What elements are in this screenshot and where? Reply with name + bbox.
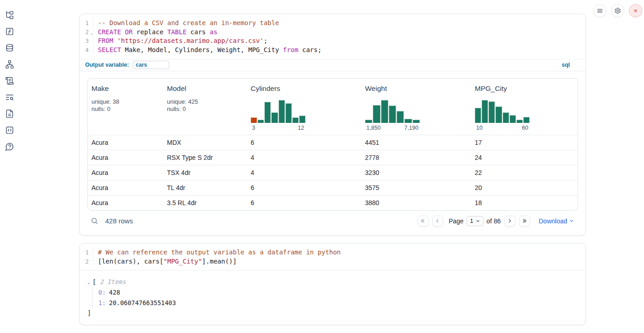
table-cell: Acura xyxy=(88,199,163,206)
line-number: 4 xyxy=(80,46,93,55)
column-header-weight[interactable]: Weight1,8507,190 xyxy=(361,79,471,135)
line-number: 1 xyxy=(80,248,93,257)
histogram-bar xyxy=(510,115,516,123)
histogram-bar xyxy=(389,106,396,123)
line-number: 2⌄ xyxy=(80,28,93,37)
code-line: SELECT Make, Model, Cylinders, Weight, M… xyxy=(98,46,322,55)
output-variable-input[interactable] xyxy=(133,61,169,69)
histogram-bar xyxy=(251,117,257,123)
table-row: Acura3.5 RL 4dr6388018 xyxy=(88,195,578,210)
histogram-bar xyxy=(404,119,412,123)
histogram-bar xyxy=(495,106,502,123)
histogram-bar xyxy=(516,120,523,123)
line-number-gutter: 12 xyxy=(80,248,93,266)
tree-entry-key: 1: xyxy=(98,299,106,307)
page-select-value: 1 xyxy=(470,217,473,224)
download-button[interactable]: Download xyxy=(539,217,574,225)
tree-entry-value: 428 xyxy=(109,289,120,296)
histogram-bar xyxy=(292,117,299,123)
table-row: AcuraTSX 4dr4323022 xyxy=(88,165,578,180)
scratchpad-icon[interactable] xyxy=(5,76,14,85)
code-token: ; xyxy=(263,37,267,44)
logs-search-icon[interactable] xyxy=(5,93,14,102)
histogram-bar xyxy=(413,120,420,123)
settings-button[interactable] xyxy=(611,4,624,17)
histogram-bar xyxy=(523,117,530,123)
python-cell: 12 # We can reference the output variabl… xyxy=(79,243,586,325)
code-token: "MPG_City" xyxy=(163,258,202,265)
table-body: AcuraMDX6445117AcuraRSX Type S 2dr427782… xyxy=(88,135,578,210)
search-icon[interactable] xyxy=(91,217,98,225)
code-token: [len(cars), cars[ xyxy=(98,258,163,265)
tree-entries: 0:4281:20.060747663551403 xyxy=(92,287,585,308)
code-token xyxy=(113,37,117,44)
table-cell: MDX xyxy=(163,139,247,146)
code-editor[interactable]: 12 # We can reference the output variabl… xyxy=(80,243,585,270)
histogram-bars xyxy=(251,99,306,123)
first-page-button[interactable] xyxy=(418,216,429,227)
code-line: FROM 'https://datasets.marimo.app/cars.c… xyxy=(98,37,322,46)
column-histogram: 1,8507,190 xyxy=(365,99,467,131)
page-select[interactable]: 1 xyxy=(467,216,483,226)
help-icon[interactable] xyxy=(5,142,14,151)
next-page-button[interactable] xyxy=(504,216,515,227)
collapse-chevron-icon[interactable]: ⌄ xyxy=(87,280,90,285)
table-row: AcuraTL 4dr6357520 xyxy=(88,180,578,195)
language-badge[interactable]: sql xyxy=(562,62,570,68)
histogram-axis: 1060 xyxy=(475,125,530,131)
database-icon[interactable] xyxy=(5,43,14,53)
table-cell: 4 xyxy=(247,154,361,161)
column-header-mpg_city[interactable]: MPG_City1060 xyxy=(471,79,578,135)
last-page-button[interactable] xyxy=(519,216,530,227)
histogram-bar xyxy=(365,120,372,123)
column-histogram: 312 xyxy=(251,99,358,131)
code-token: cars; xyxy=(298,46,322,53)
code-token: # We can reference the output variable a… xyxy=(98,248,341,256)
column-header-make[interactable]: Makeunique: 38nulls: 0 xyxy=(88,79,163,135)
code-token: 'https://datasets.marimo.app/cars.csv' xyxy=(117,37,263,44)
tree-entry-value: 20.060747663551403 xyxy=(109,299,176,307)
code-token: replace xyxy=(133,28,167,36)
row-count-label: 428 rows xyxy=(105,217,133,225)
table-cell: Acura xyxy=(88,169,163,176)
column-header-cylinders[interactable]: Cylinders312 xyxy=(247,79,361,135)
close-button[interactable] xyxy=(629,4,642,17)
column-header-model[interactable]: Modelunique: 425nulls: 0 xyxy=(163,79,247,135)
axis-max-label: 12 xyxy=(298,125,304,131)
function-icon[interactable] xyxy=(5,27,14,36)
dependency-graph-icon[interactable] xyxy=(5,60,14,69)
table-cell: 3230 xyxy=(361,169,471,176)
document-icon[interactable] xyxy=(5,109,14,118)
chevron-down-icon xyxy=(476,219,480,223)
histogram-bar xyxy=(475,108,481,123)
code-line: # We can reference the output variable a… xyxy=(98,248,341,257)
table-header-row: Makeunique: 38nulls: 0Modelunique: 425nu… xyxy=(88,79,578,135)
menu-icon xyxy=(596,7,603,14)
chevron-right-icon xyxy=(507,218,513,224)
histogram-bar xyxy=(285,103,292,123)
table-cell: Acura xyxy=(88,154,163,161)
table-cell: 3575 xyxy=(361,184,471,191)
tree-entry-key: 0: xyxy=(98,289,106,296)
histogram-bar xyxy=(488,101,495,123)
null-count: nulls: 0 xyxy=(91,106,160,113)
code-token: ].mean()] xyxy=(202,258,237,265)
line-number: 3 xyxy=(80,37,93,46)
menu-button[interactable] xyxy=(593,4,606,17)
file-tree-icon[interactable] xyxy=(5,11,14,20)
code-editor[interactable]: 12⌄34 -- Download a CSV and create an in… xyxy=(80,14,585,59)
table-cell: RSX Type S 2dr xyxy=(163,154,247,161)
code-token: Make, Model, Cylinders, Weight, MPG_City xyxy=(121,46,283,53)
tree-root: ⌄ [ 2 Items xyxy=(87,277,585,287)
table-cell: Acura xyxy=(88,139,163,146)
table-row: AcuraMDX6445117 xyxy=(88,135,578,150)
histogram-bar xyxy=(271,112,278,123)
code-block-icon[interactable] xyxy=(5,126,14,135)
tree-entry: 1:20.060747663551403 xyxy=(98,298,585,308)
code-token: CREATE xyxy=(98,28,121,36)
code-token: OR xyxy=(125,28,133,36)
column-label: Cylinders xyxy=(251,85,358,93)
previous-page-button[interactable] xyxy=(432,216,443,227)
histogram-bar xyxy=(482,100,488,123)
code-token: SELECT xyxy=(98,46,121,53)
